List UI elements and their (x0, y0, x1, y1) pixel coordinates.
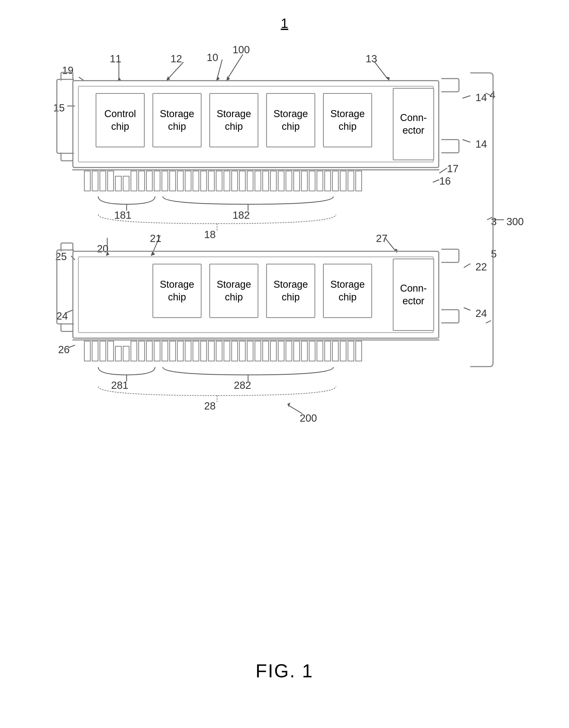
svg-marker-34 (287, 403, 290, 407)
label-26: 26 (58, 344, 70, 355)
label-200: 200 (300, 412, 317, 424)
teeth-100 (84, 171, 362, 191)
svg-line-0 (228, 54, 243, 79)
label-21: 21 (150, 233, 162, 244)
storage-chip-100-1: Storagechip (153, 93, 202, 147)
left-bracket-100 (56, 79, 74, 154)
label-182: 182 (233, 209, 250, 221)
storage-chip-100-2: Storagechip (209, 93, 259, 147)
label-10: 10 (207, 52, 218, 63)
right-clip-100-bot (441, 139, 459, 153)
label-11: 11 (110, 53, 122, 65)
right-clip-100-top (441, 78, 459, 92)
teeth-200 (84, 341, 362, 361)
label-27: 27 (376, 233, 387, 244)
diagram: 100 10 11 12 13 19 15 14 14 17 16 181 18… (41, 39, 525, 478)
notch-100-bot (61, 153, 73, 161)
storage-chip-200-1: Storagechip (153, 264, 202, 318)
connector-200: Conn-ector (393, 259, 434, 331)
figure-number-top: 1 (281, 16, 288, 31)
svg-line-14 (439, 168, 447, 173)
storage-chip-200-2: Storagechip (209, 264, 259, 318)
right-clip-200-bot (441, 309, 459, 323)
storage-chip-200-3: Storagechip (266, 264, 315, 318)
label-12: 12 (171, 53, 182, 65)
svg-line-26 (464, 264, 470, 268)
label-18: 18 (204, 229, 216, 240)
svg-line-15 (433, 180, 439, 182)
right-clip-200-top (441, 249, 459, 263)
label-100: 100 (233, 44, 250, 56)
label-28: 28 (204, 400, 216, 412)
page: 1 (0, 0, 569, 728)
label-300: 300 (506, 216, 524, 227)
label-16: 16 (439, 175, 451, 187)
label-282: 282 (234, 380, 251, 391)
figure-caption: FIG. 1 (256, 660, 313, 681)
notch-200-bot (61, 323, 73, 332)
outer-bracket-300 (470, 72, 494, 367)
label-181: 181 (114, 209, 132, 221)
left-bracket-200 (56, 249, 74, 324)
label-13: 13 (366, 53, 377, 65)
label-17: 17 (447, 163, 459, 175)
pcb-bottom-100 (72, 169, 439, 170)
svg-line-27 (464, 308, 470, 310)
connector-100: Conn-ector (393, 88, 434, 160)
label-281: 281 (111, 380, 129, 391)
storage-chip-100-3: Storagechip (266, 93, 315, 147)
pcb-bottom-200 (72, 339, 439, 340)
control-chip: Controlchip (96, 93, 145, 147)
storage-chip-100-4: Storagechip (323, 93, 372, 147)
svg-line-10 (462, 96, 470, 98)
storage-chip-200-4: Storagechip (323, 264, 372, 318)
svg-line-11 (462, 140, 470, 142)
